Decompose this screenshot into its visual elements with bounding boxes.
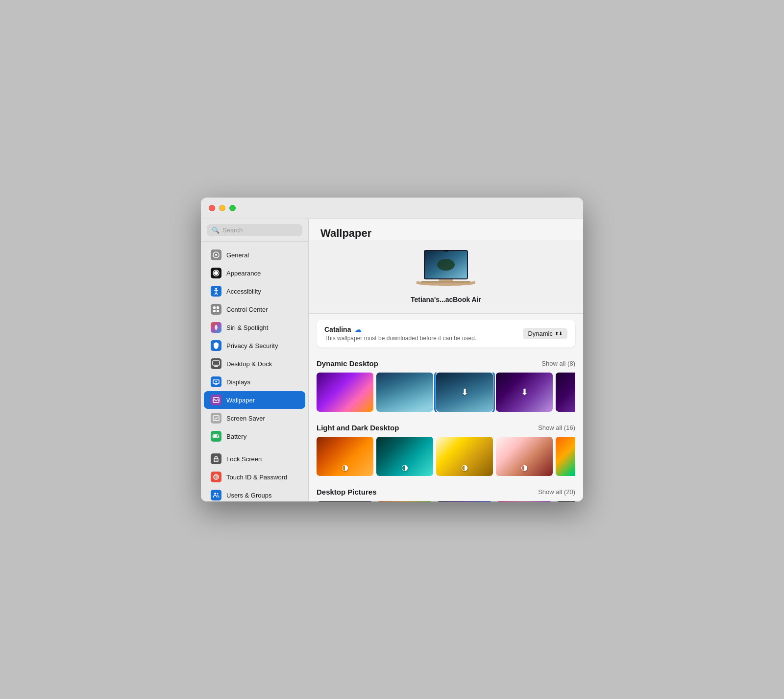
sidebar-label-desktop-dock: Desktop & Dock — [226, 360, 272, 368]
search-box[interactable]: 🔍 Search — [207, 224, 302, 236]
sidebar-item-touch-id[interactable]: Touch ID & Password — [204, 468, 305, 486]
light-dark-section: Light and Dark Desktop Show all (16) ◑ ◑… — [309, 418, 583, 482]
screen-saver-icon — [211, 413, 221, 424]
sidebar-label-lock-screen: Lock Screen — [226, 455, 262, 463]
desktop-pictures-section: Desktop Pictures Show all (20) ⬇ ⬇ ⬇ — [309, 482, 583, 501]
download-cloud-icon[interactable]: ☁ — [355, 325, 362, 333]
close-button[interactable] — [209, 205, 215, 211]
download-icon-dd3: ⬇ — [461, 387, 468, 398]
sidebar-item-lock-screen[interactable]: Lock Screen — [204, 450, 305, 468]
thumb-dd5[interactable] — [556, 373, 575, 412]
desktop-dock-icon — [211, 358, 221, 369]
sidebar-label-general: General — [226, 251, 249, 259]
sidebar-item-control-center[interactable]: Control Center — [204, 300, 305, 318]
svg-rect-9 — [213, 306, 216, 309]
wallpaper-info-left: Catalina ☁ This wallpaper must be downlo… — [324, 325, 476, 342]
thumb-ld4[interactable]: ◑ — [496, 437, 553, 476]
sidebar-item-general[interactable]: General — [204, 246, 305, 264]
half-circle-ld2: ◑ — [401, 463, 408, 472]
minimize-button[interactable] — [219, 205, 225, 211]
touch-id-icon — [211, 472, 221, 482]
light-dark-show-all[interactable]: Show all (16) — [538, 424, 575, 431]
svg-rect-10 — [217, 306, 219, 309]
device-name-label: Tetiana's...acBook Air — [411, 296, 481, 303]
macbook-image — [414, 248, 478, 292]
sidebar-label-control-center: Control Center — [226, 306, 268, 313]
desktop-pictures-grid: ⬇ ⬇ ⬇ ⬇ — [317, 501, 575, 501]
thumb-ld1[interactable]: ◑ — [317, 437, 373, 476]
svg-point-39 — [437, 259, 455, 271]
svg-point-23 — [216, 460, 217, 461]
sidebar-item-displays[interactable]: Displays — [204, 373, 305, 391]
svg-rect-41 — [421, 281, 470, 283]
battery-icon — [211, 431, 221, 442]
accessibility-icon — [211, 286, 221, 297]
svg-rect-11 — [213, 310, 216, 312]
search-container: 🔍 Search — [201, 219, 308, 242]
svg-point-3 — [214, 271, 218, 275]
sidebar-item-desktop-dock[interactable]: Desktop & Dock — [204, 355, 305, 373]
desktop-pictures-show-all[interactable]: Show all (20) — [538, 488, 575, 496]
desktop-pictures-title: Desktop Pictures — [317, 488, 377, 496]
svg-point-26 — [216, 476, 217, 478]
dynamic-desktop-show-all[interactable]: Show all (8) — [541, 360, 575, 367]
search-icon: 🔍 — [212, 226, 220, 234]
download-icon-dd4: ⬇ — [521, 387, 528, 398]
svg-line-8 — [216, 293, 218, 295]
sidebar-label-wallpaper: Wallpaper — [226, 397, 255, 404]
thumb-dp4[interactable]: ⬇ — [496, 501, 553, 501]
wallpaper-icon — [211, 395, 221, 405]
dynamic-mode-label: Dynamic — [528, 330, 553, 337]
svg-point-1 — [215, 254, 217, 256]
thumb-dp5[interactable] — [556, 501, 575, 501]
sidebar-label-battery: Battery — [226, 433, 246, 440]
thumb-dd4[interactable]: ⬇ — [496, 373, 553, 412]
chevron-up-down-icon: ⬆⬇ — [555, 331, 563, 336]
sidebar-item-users-groups[interactable]: Users & Groups — [204, 486, 305, 501]
sidebar-label-appearance: Appearance — [226, 270, 261, 277]
svg-rect-12 — [217, 310, 219, 312]
light-dark-grid: ◑ ◑ ◑ ◑ — [317, 437, 575, 476]
thumb-dp3[interactable]: ⬇ — [436, 501, 493, 501]
fullscreen-button[interactable] — [229, 205, 236, 211]
thumb-dd2[interactable] — [376, 373, 433, 412]
thumb-ld3[interactable]: ◑ — [436, 437, 493, 476]
dynamic-desktop-title: Dynamic Desktop — [317, 359, 378, 368]
sidebar-item-screen-saver[interactable]: Screen Saver — [204, 409, 305, 427]
sidebar-item-wallpaper[interactable]: Wallpaper — [204, 391, 305, 409]
thumb-ld2[interactable]: ◑ — [376, 437, 433, 476]
device-preview-section: Tetiana's...acBook Air — [309, 240, 583, 314]
thumb-ld5[interactable] — [556, 437, 575, 476]
control-center-icon — [211, 304, 221, 315]
svg-point-27 — [214, 493, 216, 495]
sidebar-label-screen-saver: Screen Saver — [226, 415, 265, 422]
sidebar-item-siri[interactable]: Siri & Spotlight — [204, 319, 305, 336]
dynamic-desktop-header: Dynamic Desktop Show all (8) — [317, 359, 575, 368]
svg-rect-40 — [439, 279, 453, 281]
general-icon — [211, 250, 221, 260]
users-groups-icon — [211, 490, 221, 500]
titlebar — [201, 198, 583, 219]
sidebar-label-users-groups: Users & Groups — [226, 492, 271, 499]
sidebar-label-accessibility: Accessibility — [226, 288, 261, 295]
thumb-dp2[interactable]: ⬇ — [376, 501, 433, 501]
sidebar-item-privacy[interactable]: Privacy & Security — [204, 337, 305, 354]
thumb-dp1[interactable]: ⬇ — [317, 501, 373, 501]
svg-rect-14 — [214, 366, 218, 367]
thumb-dd3[interactable]: ⬇ — [436, 373, 493, 412]
thumb-dd1[interactable] — [317, 373, 373, 412]
half-circle-ld4: ◑ — [521, 463, 528, 472]
svg-point-28 — [217, 493, 219, 495]
wallpaper-info-bar: Catalina ☁ This wallpaper must be downlo… — [317, 320, 575, 348]
sidebar-item-appearance[interactable]: Appearance — [204, 264, 305, 282]
sidebar-item-accessibility[interactable]: Accessibility — [204, 282, 305, 300]
traffic-lights — [209, 205, 236, 211]
sidebar-items-list: General Appearance Accessibility — [201, 242, 308, 501]
dynamic-mode-select[interactable]: Dynamic ⬆⬇ — [523, 328, 567, 339]
svg-rect-42 — [443, 250, 448, 251]
main-layout: 🔍 Search General Appearance — [201, 219, 583, 501]
wallpaper-current-name: Catalina — [324, 325, 351, 333]
svg-rect-20 — [214, 435, 217, 437]
sidebar-item-battery[interactable]: Battery — [204, 427, 305, 445]
page-title-bar: Wallpaper — [309, 219, 583, 240]
